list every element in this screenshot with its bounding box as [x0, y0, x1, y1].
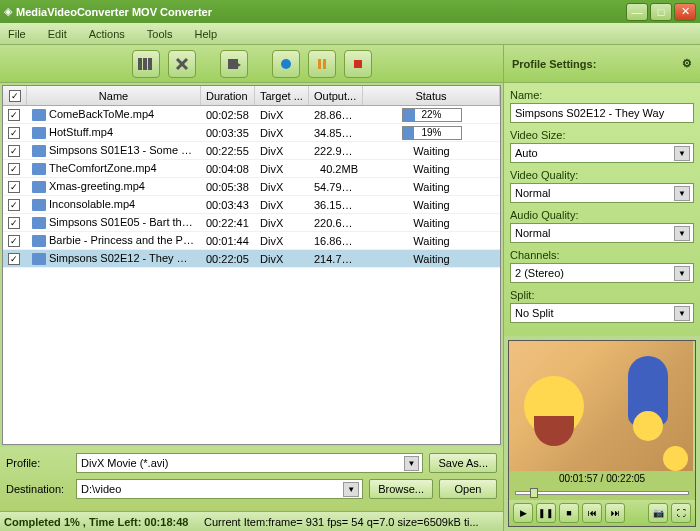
prev-button[interactable]: ⏮ [582, 503, 602, 523]
file-icon [32, 199, 46, 211]
minimize-button[interactable]: — [626, 3, 648, 21]
menu-actions[interactable]: Actions [89, 28, 125, 40]
grid-header: ✓ Name Duration Target ... Output... Sta… [3, 86, 500, 106]
fullscreen-button[interactable]: ⛶ [671, 503, 691, 523]
window-title: MediaVideoConverter MOV Converter [16, 6, 626, 18]
toolbar [0, 45, 503, 83]
row-checkbox[interactable]: ✓ [8, 217, 20, 229]
bottom-panel: Profile: DivX Movie (*.avi) Save As... D… [0, 447, 503, 511]
record-button[interactable] [272, 50, 300, 78]
table-row[interactable]: ✓HotStuff.mp400:03:35DivX34.85MB19% [3, 124, 500, 142]
row-checkbox[interactable]: ✓ [8, 109, 20, 121]
player-pause-button[interactable]: ❚❚ [536, 503, 556, 523]
menu-file[interactable]: File [8, 28, 26, 40]
col-output[interactable]: Output... [309, 86, 363, 105]
file-icon [32, 181, 46, 193]
row-checkbox[interactable]: ✓ [8, 253, 20, 265]
row-checkbox[interactable]: ✓ [8, 199, 20, 211]
remove-button[interactable] [168, 50, 196, 78]
file-icon [32, 217, 46, 229]
svg-rect-7 [318, 59, 321, 69]
destination-combo[interactable]: D:\video [76, 479, 363, 499]
file-icon [32, 127, 46, 139]
row-checkbox[interactable]: ✓ [8, 163, 20, 175]
video-quality-combo[interactable]: Normal [510, 183, 694, 203]
browse-button[interactable]: Browse... [369, 479, 433, 499]
app-icon: ◈ [4, 5, 12, 18]
col-duration[interactable]: Duration [201, 86, 255, 105]
file-icon [32, 145, 46, 157]
video-size-combo[interactable]: Auto [510, 143, 694, 163]
col-status[interactable]: Status [363, 86, 500, 105]
table-row[interactable]: ✓TheComfortZone.mp400:04:08DivX40.2MBWai… [3, 160, 500, 178]
file-icon [32, 235, 46, 247]
name-field[interactable]: Simpsons S02E12 - They Way [510, 103, 694, 123]
audio-quality-combo[interactable]: Normal [510, 223, 694, 243]
time-display: 00:01:57 / 00:22:05 [509, 471, 695, 486]
play-button[interactable]: ▶ [513, 503, 533, 523]
close-button[interactable]: ✕ [674, 3, 696, 21]
file-icon [32, 109, 46, 121]
stop-button[interactable] [344, 50, 372, 78]
snapshot-button[interactable]: 📷 [648, 503, 668, 523]
save-as-button[interactable]: Save As... [429, 453, 497, 473]
table-row[interactable]: ✓Inconsolable.mp400:03:43DivX36.15MBWait… [3, 196, 500, 214]
row-checkbox[interactable]: ✓ [8, 181, 20, 193]
select-all-checkbox[interactable]: ✓ [9, 90, 21, 102]
table-row[interactable]: ✓Simpsons S01E13 - Some Enchant...00:22:… [3, 142, 500, 160]
table-row[interactable]: ✓Xmas-greeting.mp400:05:38DivX54.79MBWai… [3, 178, 500, 196]
row-checkbox[interactable]: ✓ [8, 127, 20, 139]
menubar: File Edit Actions Tools Help [0, 23, 700, 45]
table-row[interactable]: ✓ComeBackToMe.mp400:02:58DivX28.86MB22% [3, 106, 500, 124]
add-file-button[interactable] [132, 50, 160, 78]
status-progress: Completed 1% , Time Left: 00:18:48 [4, 516, 204, 528]
seek-slider[interactable] [509, 486, 695, 500]
next-button[interactable]: ⏭ [605, 503, 625, 523]
destination-label: Destination: [6, 483, 70, 495]
channels-combo[interactable]: 2 (Stereo) [510, 263, 694, 283]
table-row[interactable]: ✓Simpsons S02E12 - They Way We ...00:22:… [3, 250, 500, 268]
file-icon [32, 163, 46, 175]
player-stop-button[interactable]: ■ [559, 503, 579, 523]
svg-rect-2 [148, 58, 152, 70]
svg-rect-0 [138, 58, 142, 70]
row-checkbox[interactable]: ✓ [8, 235, 20, 247]
open-button[interactable]: Open [439, 479, 497, 499]
settings-header: Profile Settings: ⚙ [504, 45, 700, 83]
menu-tools[interactable]: Tools [147, 28, 173, 40]
split-combo[interactable]: No Split [510, 303, 694, 323]
svg-rect-8 [323, 59, 326, 69]
table-row[interactable]: ✓Barbie - Princess and the Pauper ...00:… [3, 232, 500, 250]
pause-button[interactable] [308, 50, 336, 78]
status-detail: Current Item:frame= 931 fps= 54 q=7.0 si… [204, 516, 499, 528]
menu-edit[interactable]: Edit [48, 28, 67, 40]
settings-panel: Name:Simpsons S02E12 - They Way Video Si… [504, 83, 700, 336]
profile-combo[interactable]: DivX Movie (*.avi) [76, 453, 423, 473]
player-controls: ▶ ❚❚ ■ ⏮ ⏭ 📷 ⛶ [509, 500, 695, 526]
file-icon [32, 253, 46, 265]
svg-rect-9 [354, 60, 362, 68]
menu-help[interactable]: Help [194, 28, 217, 40]
statusbar: Completed 1% , Time Left: 00:18:48 Curre… [0, 511, 503, 531]
maximize-button[interactable]: □ [650, 3, 672, 21]
svg-point-6 [281, 59, 291, 69]
gear-icon[interactable]: ⚙ [682, 57, 692, 70]
table-row[interactable]: ✓Simpsons S01E05 - Bart the Gener...00:2… [3, 214, 500, 232]
profile-label: Profile: [6, 457, 70, 469]
titlebar: ◈ MediaVideoConverter MOV Converter — □ … [0, 0, 700, 23]
row-checkbox[interactable]: ✓ [8, 145, 20, 157]
svg-rect-1 [143, 58, 147, 70]
preview-image [509, 341, 693, 471]
col-name[interactable]: Name [27, 86, 201, 105]
file-grid[interactable]: ✓ Name Duration Target ... Output... Sta… [2, 85, 501, 445]
preview-panel: 00:01:57 / 00:22:05 ▶ ❚❚ ■ ⏮ ⏭ 📷 ⛶ [508, 340, 696, 527]
col-target[interactable]: Target ... [255, 86, 309, 105]
convert-button[interactable] [220, 50, 248, 78]
